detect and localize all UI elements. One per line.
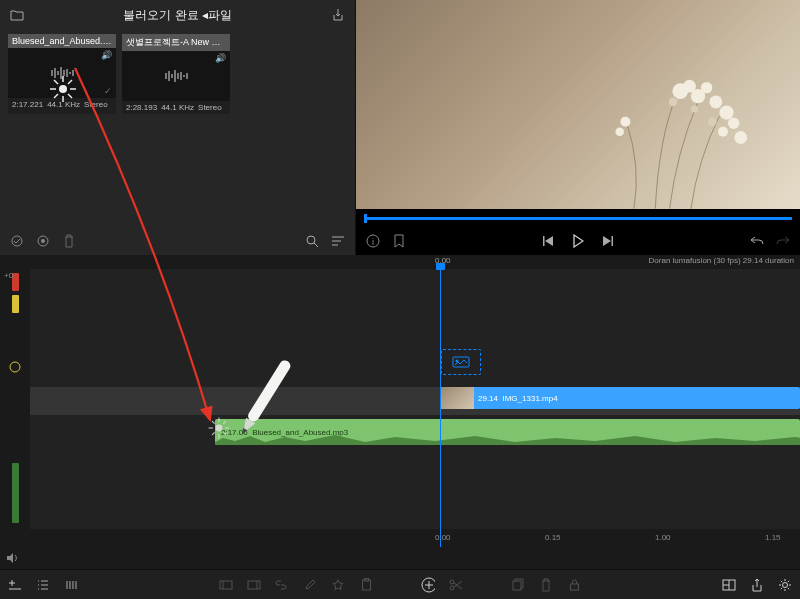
svg-point-12 [307,236,315,244]
trash-icon[interactable] [539,578,553,592]
timeline-ruler-bottom[interactable]: 0.00 0.15 1.00 1.15 [0,529,800,547]
clip-thumbnail [440,387,474,409]
preview-panel: i [356,0,800,255]
timeline-panel: 0.00 Doran lumafusion (30 fps) 29.14 dur… [0,255,800,569]
timeline-audio-clip[interactable]: 2:17.06 Bluesed_and_Abused.mp3 [215,419,800,445]
settings-icon[interactable] [778,578,792,592]
bottom-toolbar [0,569,800,599]
library-clip[interactable]: Bluesed_and_Abused.mp3 🔊 ✓ 2:17.221 44.1… [8,34,116,114]
marker-icon[interactable] [392,234,406,248]
pencil-icon[interactable] [303,578,317,592]
svg-point-20 [728,118,739,129]
sort-icon[interactable] [331,234,345,248]
clip-name: 샛별프로젝트-A New Day!.m... [122,34,230,51]
svg-point-18 [710,96,723,109]
copy-icon[interactable] [511,578,525,592]
project-info: Doran lumafusion (30 fps) 29.14 duration [649,256,794,265]
svg-rect-30 [543,236,545,246]
share-icon[interactable] [750,578,764,592]
svg-point-19 [720,106,734,120]
speaker-icon: 🔊 [215,53,226,63]
svg-point-22 [735,131,748,144]
svg-point-26 [691,106,698,113]
svg-point-0 [59,85,67,93]
svg-point-9 [12,236,22,246]
track-marker-icon [9,361,21,373]
svg-point-49 [450,580,454,584]
redo-icon[interactable] [776,234,790,248]
track-area[interactable]: 29.14 IMG_1331.mp4 2:17.06 Bluesed_and_A… [30,269,800,529]
play-icon[interactable] [571,234,585,248]
add-track-icon[interactable] [8,578,22,592]
preview-scrubber[interactable] [356,209,800,227]
audio-waveform [215,433,800,445]
svg-line-13 [314,243,318,247]
volume-icon[interactable] [6,551,20,565]
clipboard-icon[interactable] [359,578,373,592]
playhead[interactable] [440,269,441,529]
svg-line-40 [212,421,215,424]
trim-start-icon[interactable] [219,578,233,592]
svg-point-25 [669,98,678,107]
trash-icon[interactable] [62,234,76,248]
svg-text:i: i [372,237,374,247]
bars-icon[interactable] [64,578,78,592]
layout-icon[interactable] [722,578,736,592]
list-icon[interactable] [36,578,50,592]
timeline-ruler-top[interactable]: 0.00 Doran lumafusion (30 fps) 29.14 dur… [0,255,800,269]
sparkle-icon [48,74,74,100]
scissors-icon[interactable] [449,578,463,592]
drop-zone-icon [441,349,481,375]
svg-point-11 [41,239,45,243]
library-panel: 불러오기 완료 ◂파일 Bluesed_and_Abused.mp3 🔊 ✓ [0,0,356,255]
undo-icon[interactable] [750,234,764,248]
svg-rect-45 [248,581,260,589]
next-icon[interactable] [601,234,615,248]
library-title: 불러오기 완료 ◂파일 [123,7,232,24]
search-icon[interactable] [305,234,319,248]
info-icon[interactable]: i [366,234,380,248]
clip-name: Bluesed_and_Abused.mp3 [8,34,116,48]
check-icon: ✓ [104,86,112,96]
svg-line-7 [54,94,58,98]
lock-icon[interactable] [567,578,581,592]
waveform-icon [161,68,191,84]
folder-icon[interactable] [10,8,24,22]
svg-point-21 [718,127,728,137]
svg-point-50 [450,586,454,590]
svg-rect-52 [570,584,578,590]
svg-line-6 [68,94,72,98]
level-meters: +0 [0,269,30,529]
svg-line-41 [223,432,226,435]
add-icon[interactable] [421,578,435,592]
trim-end-icon[interactable] [247,578,261,592]
timeline-video-clip[interactable]: 29.14 IMG_1331.mp4 [440,387,800,409]
svg-line-5 [54,80,58,84]
sparkle-icon [206,415,232,441]
svg-point-23 [621,117,631,127]
svg-line-8 [68,80,72,84]
import-icon[interactable] [331,8,345,22]
svg-point-27 [708,118,717,127]
svg-line-43 [223,421,226,424]
svg-point-32 [10,362,20,372]
svg-rect-44 [220,581,232,589]
svg-rect-51 [513,581,521,590]
record-icon[interactable] [36,234,50,248]
speaker-icon: 🔊 [101,50,112,60]
link-icon[interactable] [275,578,289,592]
svg-point-54 [783,582,788,587]
preview-image [511,52,800,209]
star-icon[interactable] [331,578,345,592]
video-preview[interactable] [356,0,800,209]
svg-point-24 [616,128,625,137]
svg-rect-31 [612,236,614,246]
prev-icon[interactable] [541,234,555,248]
svg-line-42 [212,432,215,435]
svg-point-17 [701,82,712,93]
library-clip[interactable]: 샛별프로젝트-A New Day!.m... 🔊 2:28.193 44.1 K… [122,34,230,114]
svg-point-35 [216,425,223,432]
select-all-icon[interactable] [10,234,24,248]
